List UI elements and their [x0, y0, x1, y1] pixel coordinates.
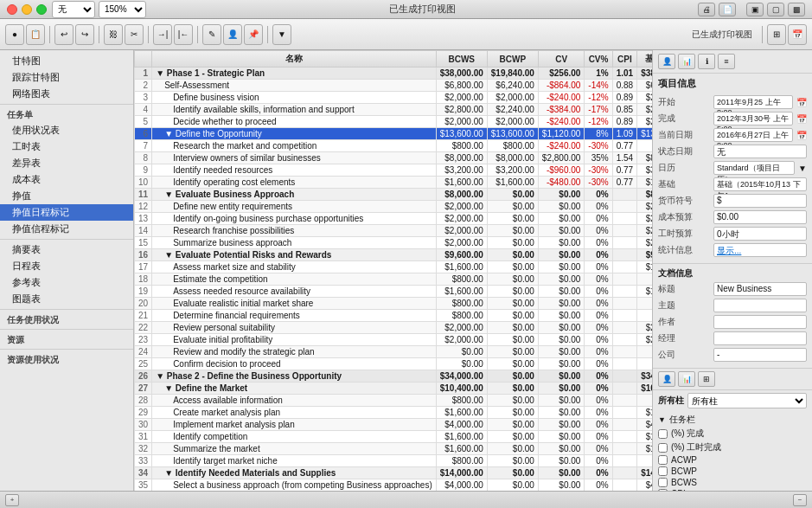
table-row[interactable]: 3 Define business vision $2,000.00 $2,00… — [135, 92, 653, 104]
dropdown-icon-calendar[interactable]: ▼ — [798, 164, 807, 173]
check-item-bcwp[interactable]: BCWP — [658, 466, 807, 477]
tb-link[interactable]: ⛓ — [104, 24, 123, 45]
sidebar-item-earn-schedule[interactable]: 挣值日程标记 — [0, 204, 133, 221]
rp-value-costbudget[interactable]: $0.00 — [713, 210, 807, 224]
checkbox-bcwp[interactable] — [658, 466, 668, 476]
rp-icon-2[interactable]: 📊 — [678, 54, 695, 69]
table-row[interactable]: 35 Select a business approach (from comp… — [135, 479, 653, 492]
table-row[interactable]: 14 Research franchise possibilities $2,0… — [135, 225, 653, 237]
sidebar-item-tracking[interactable]: 跟踪甘特图 — [0, 69, 133, 86]
table-row[interactable]: 18 Estimate the competition $800.00 $0.0… — [135, 273, 653, 286]
checkbox-pct-work[interactable] — [658, 443, 668, 453]
layout1-icon[interactable]: ▣ — [746, 3, 764, 16]
tb-filter[interactable]: ▼ — [272, 24, 291, 45]
table-row[interactable]: 26 ▼ Phase 2 - Define the Business Oppor… — [135, 370, 653, 383]
table-row[interactable]: 19 Assess needed resource availability $… — [135, 286, 653, 298]
table-row[interactable]: 11 ▼ Evaluate Business Approach $8,000.0… — [135, 189, 653, 201]
maximize-button[interactable] — [36, 4, 47, 15]
zoom-select[interactable]: 无 — [52, 1, 95, 18]
table-row[interactable]: 24 Review and modify the strategic plan … — [135, 346, 653, 358]
table-row[interactable]: 27 ▼ Define the Market $10,400.00 $0.00 … — [135, 383, 653, 395]
minimize-button[interactable] — [22, 4, 32, 15]
tb-indent[interactable]: →| — [153, 24, 172, 45]
rp-value-finish[interactable]: 2012年3月30号 上午5:00 — [713, 112, 793, 125]
sidebar-item-usage[interactable]: 使用状况表 — [0, 122, 133, 138]
table-row[interactable]: 20 Evaluate realistic initial market sha… — [135, 298, 653, 310]
check-item-pct[interactable]: (%) 完成 — [658, 427, 807, 440]
tb-task[interactable]: ✎ — [202, 24, 221, 45]
table-row[interactable]: 30 Implement market analysis plan $4,000… — [135, 419, 653, 431]
sidebar-item-legend[interactable]: 图题表 — [0, 291, 133, 307]
table-row[interactable]: 7 Research the market and competition $8… — [135, 140, 653, 152]
rp-res-btn-1[interactable]: 👤 — [658, 371, 675, 387]
rp-value-currency[interactable]: $ — [713, 194, 807, 208]
sidebar-item-worktime[interactable]: 工时表 — [0, 138, 133, 155]
rp-res-btn-2[interactable]: 📊 — [678, 371, 695, 387]
table-row[interactable]: 32 Summarize the market $1,600.00 $0.00 … — [135, 443, 653, 455]
table-row[interactable]: 21 Determine financial requirements $800… — [135, 310, 653, 322]
sidebar-item-summary[interactable]: 摘要表 — [0, 241, 133, 258]
tb-btn-1[interactable]: ● — [5, 24, 24, 45]
table-row[interactable]: 6 ▼ Define the Opportunity $13,600.00 $1… — [135, 128, 653, 140]
checkbox-pct[interactable] — [658, 429, 668, 439]
rp-value-manager[interactable] — [713, 331, 807, 345]
table-row[interactable]: 22 Review personal suitability $2,000.00… — [135, 322, 653, 334]
sidebar-item-network[interactable]: 网络图表 — [0, 86, 133, 102]
sidebar-item-diff[interactable]: 差异表 — [0, 155, 133, 171]
table-row[interactable]: 1 ▼ Phase 1 - Strategic Plan $38,000.00 … — [135, 68, 653, 80]
tb-resource[interactable]: 👤 — [223, 24, 242, 45]
calendar-icon-current[interactable]: 📅 — [796, 131, 807, 140]
table-row[interactable]: 9 Identify needed resources $3,200.00 $3… — [135, 164, 653, 177]
rp-value-calendar[interactable]: Standard（项目日历） — [713, 161, 795, 175]
table-row[interactable]: 29 Create market analysis plan $1,600.00… — [135, 407, 653, 419]
rp-icon-4[interactable]: ≡ — [718, 54, 735, 69]
page-icon[interactable]: 📄 — [719, 3, 736, 16]
layout2-icon[interactable]: ▢ — [767, 3, 784, 16]
zoom-pct-select[interactable]: 150% — [99, 1, 146, 18]
tb-undo[interactable]: ↩ — [54, 24, 74, 45]
checkbox-bcws[interactable] — [658, 478, 668, 487]
rp-value-author[interactable] — [713, 315, 807, 329]
rp-value-workbudget[interactable]: 0小时 — [713, 227, 807, 241]
checkbox-acwp[interactable] — [658, 455, 668, 465]
rp-value-title[interactable]: New Business — [713, 282, 807, 296]
table-row[interactable]: 23 Evaluate initial profitability $2,000… — [135, 334, 653, 346]
table-row[interactable]: 12 Define new entity requirements $2,000… — [135, 201, 653, 213]
table-row[interactable]: 34 ▼ Identify Needed Materials and Suppl… — [135, 467, 653, 479]
check-item-acwp[interactable]: ACWP — [658, 454, 807, 466]
table-row[interactable]: 8 Interview owners of similar businesses… — [135, 152, 653, 164]
table-row[interactable]: 2 Self-Assessment $6,800.00 $6,240.00 -$… — [135, 80, 653, 92]
rp-value-company[interactable]: - — [713, 348, 807, 362]
sidebar-item-earn-info[interactable]: 挣值信程标记 — [0, 221, 133, 237]
table-row[interactable]: 16 ▼ Evaluate Potential Risks and Reward… — [135, 249, 653, 261]
bb-btn-left[interactable]: + — [5, 494, 19, 506]
table-row[interactable]: 33 Identify target market niche $800.00 … — [135, 455, 653, 467]
tb-grid[interactable]: ⊞ — [767, 24, 786, 45]
rp-value-base[interactable]: 基础（2015年10月13 下午1:... — [713, 177, 807, 191]
calendar-icon-start[interactable]: 📅 — [796, 98, 807, 107]
table-row[interactable]: 13 Identify on-going business purchase o… — [135, 213, 653, 225]
table-row[interactable]: 25 Confirm decision to proceed $0.00 $0.… — [135, 358, 653, 370]
rp-icon-1[interactable]: 👤 — [658, 54, 675, 69]
rp-icon-3[interactable]: ℹ — [698, 54, 715, 69]
rp-value-current[interactable]: 2016年6月27日 上午8:00 — [713, 128, 793, 142]
tb-calendar[interactable]: 📅 — [788, 24, 807, 45]
sidebar-item-reference[interactable]: 参考表 — [0, 274, 133, 291]
table-area[interactable]: 名称 BCWS BCWP CV CV% CPI 基线成本 EAC VAC TCP… — [134, 50, 652, 491]
rp-cols-select[interactable]: 所有柱 — [687, 393, 807, 408]
sidebar-item-schedule[interactable]: 日程表 — [0, 258, 133, 274]
tb-redo[interactable]: ↪ — [75, 24, 94, 45]
bb-btn-right[interactable]: − — [793, 494, 807, 506]
tb-unlink[interactable]: ✂ — [125, 24, 144, 45]
rp-value-subject[interactable] — [713, 299, 807, 312]
table-row[interactable]: 5 Decide whether to proceed $2,000.00 $2… — [135, 116, 653, 128]
tb-outdent[interactable]: |← — [174, 24, 193, 45]
table-row[interactable]: 31 Identify competition $1,600.00 $0.00 … — [135, 431, 653, 443]
rp-value-start[interactable]: 2011年9月25 上午8:00 — [713, 95, 793, 109]
tb-assign[interactable]: 📌 — [244, 24, 263, 45]
check-item-pct-work[interactable]: (%) 工时完成 — [658, 440, 807, 454]
table-row[interactable]: 15 Summarize business approach $2,000.00… — [135, 237, 653, 249]
rp-value-stats[interactable]: 显示... — [713, 243, 807, 257]
tb-btn-2[interactable]: 📋 — [26, 24, 45, 45]
table-row[interactable]: 4 Identify available skills, information… — [135, 104, 653, 116]
